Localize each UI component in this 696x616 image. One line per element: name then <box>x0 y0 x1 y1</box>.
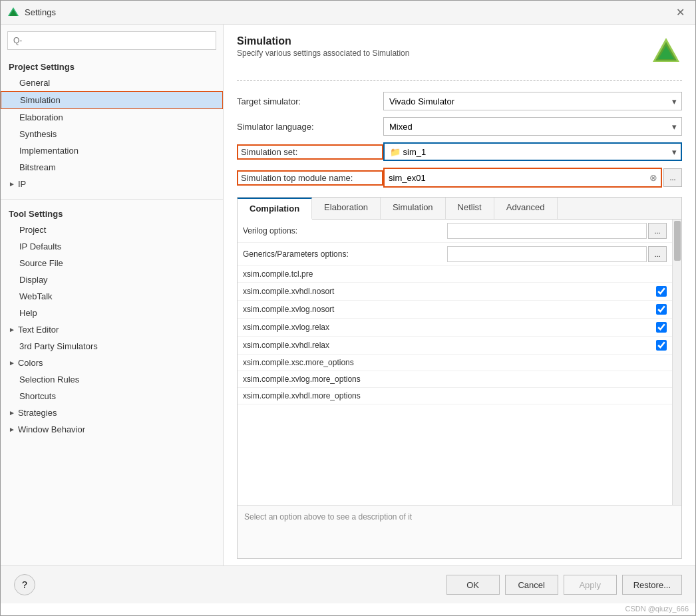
xvlog-nosort-checkbox[interactable] <box>656 304 667 315</box>
sidebar-item-colors[interactable]: ► Colors <box>1 355 223 371</box>
sidebar-item-ip-defaults[interactable]: IP Defaults <box>1 238 223 255</box>
window-title: Settings <box>25 7 56 17</box>
tabs-header: Compilation Elaboration Simulation Netli… <box>238 198 681 220</box>
option-row-generics: Generics/Parameters options: ... <box>238 243 672 266</box>
xvhdl-nosort-label: xsim.compile.xvhdl.nosort <box>243 287 656 296</box>
simulator-language-select-wrapper: Mixed VHDL Verilog <box>383 117 682 136</box>
panel-header-text: Simulation Specify various settings asso… <box>237 35 409 58</box>
search-input[interactable] <box>7 31 216 50</box>
project-settings-label: Project Settings <box>1 59 223 75</box>
sim-top-module-input[interactable] <box>385 173 646 183</box>
option-row-xsc-more: xsim.compile.xsc.more_options <box>238 355 672 371</box>
help-button[interactable]: ? <box>14 574 35 595</box>
tab-compilation[interactable]: Compilation <box>238 198 312 220</box>
xvlog-nosort-label: xsim.compile.xvlog.nosort <box>243 305 656 314</box>
xvhdl-nosort-checkbox[interactable] <box>656 286 667 297</box>
sidebar-item-ip-label: IP <box>18 179 26 189</box>
option-row-xvlog-more: xsim.compile.xvlog.more_options <box>238 371 672 388</box>
scrollbar-thumb[interactable] <box>674 221 681 261</box>
sim-top-module-clear-button[interactable]: ⊗ <box>646 170 661 185</box>
title-bar-left: Settings <box>7 7 56 19</box>
sidebar-item-ip[interactable]: ► IP <box>1 176 223 192</box>
watermark: CSDN @qiuzy_666 <box>1 603 695 615</box>
xvhdl-relax-checkbox[interactable] <box>656 340 667 351</box>
generics-options-label: Generics/Parameters options: <box>243 249 447 259</box>
sidebar-item-implementation[interactable]: Implementation <box>1 142 223 159</box>
sidebar-item-strategies-label: Strategies <box>18 408 57 418</box>
sim-top-module-row: Simulation top module name: ⊗ ... <box>237 168 682 188</box>
xvlog-relax-label: xsim.compile.xvlog.relax <box>243 323 656 332</box>
sidebar-item-project[interactable]: Project <box>1 222 223 238</box>
simulation-set-select[interactable]: 📁 sim_1 📁 sim_2 <box>383 142 682 161</box>
target-simulator-row: Target simulator: Vivado Simulator Model… <box>237 92 682 110</box>
right-panel: Simulation Specify various settings asso… <box>224 25 695 565</box>
left-panel: Project Settings General Simulation Elab… <box>1 25 224 565</box>
sidebar-item-simulation[interactable]: Simulation <box>1 91 223 109</box>
simulator-language-row: Simulator language: Mixed VHDL Verilog <box>237 117 682 136</box>
tab-simulation[interactable]: Simulation <box>381 198 446 219</box>
tab-advanced[interactable]: Advanced <box>494 198 558 219</box>
option-row-xvlog-relax: xsim.compile.xvlog.relax <box>238 319 672 337</box>
scrollbar-track[interactable] <box>672 220 681 505</box>
tab-netlist[interactable]: Netlist <box>446 198 494 219</box>
text-editor-chevron-icon: ► <box>9 326 15 333</box>
sidebar-item-text-editor[interactable]: ► Text Editor <box>1 321 223 338</box>
option-row-xvhdl-nosort: xsim.compile.xvhdl.nosort <box>238 283 672 301</box>
description-placeholder: Select an option above to see a descript… <box>244 512 412 522</box>
xvlog-relax-checkbox[interactable] <box>656 322 667 333</box>
xsc-more-label: xsim.compile.xsc.more_options <box>243 358 455 367</box>
header-separator <box>237 80 682 81</box>
sidebar-item-selection-rules[interactable]: Selection Rules <box>1 371 223 388</box>
colors-chevron-icon: ► <box>9 359 15 367</box>
generics-options-input[interactable] <box>447 246 647 262</box>
generics-options-browse[interactable]: ... <box>648 246 667 262</box>
apply-button[interactable]: Apply <box>564 575 617 595</box>
cancel-button[interactable]: Cancel <box>505 575 558 595</box>
sidebar-item-general[interactable]: General <box>1 75 223 91</box>
sidebar-item-3rd-party[interactable]: 3rd Party Simulators <box>1 338 223 355</box>
option-row-tcl-pre: xsim.compile.tcl.pre <box>238 266 672 283</box>
sidebar-item-bitstream[interactable]: Bitstream <box>1 159 223 176</box>
verilog-options-label: Verilog options: <box>243 226 447 235</box>
vivado-logo <box>650 35 682 67</box>
target-simulator-select[interactable]: Vivado Simulator ModelSim Questa <box>383 92 682 110</box>
sidebar-item-strategies[interactable]: ► Strategies <box>1 404 223 421</box>
sidebar-item-synthesis[interactable]: Synthesis <box>1 126 223 142</box>
verilog-options-browse[interactable]: ... <box>648 223 667 239</box>
tcl-pre-label: xsim.compile.tcl.pre <box>243 269 455 279</box>
description-area: Select an option above to see a descript… <box>238 505 681 558</box>
option-row-xvhdl-relax: xsim.compile.xvhdl.relax <box>238 337 672 355</box>
sidebar-item-webtalk[interactable]: WebTalk <box>1 288 223 305</box>
sidebar-item-shortcuts[interactable]: Shortcuts <box>1 388 223 404</box>
content-area: Project Settings General Simulation Elab… <box>1 25 695 565</box>
panel-subtitle: Specify various settings associated to S… <box>237 49 409 58</box>
tabs-container: Compilation Elaboration Simulation Netli… <box>237 197 682 559</box>
tab-elaboration[interactable]: Elaboration <box>312 198 381 219</box>
title-bar: Settings ✕ <box>1 1 695 25</box>
sim-top-module-browse-button[interactable]: ... <box>663 168 682 187</box>
sidebar-item-window-behavior[interactable]: ► Window Behavior <box>1 421 223 438</box>
restore-button[interactable]: Restore... <box>622 575 682 595</box>
app-icon <box>7 7 19 19</box>
panel-header: Simulation Specify various settings asso… <box>237 35 682 67</box>
sidebar-item-help[interactable]: Help <box>1 305 223 321</box>
verilog-options-input[interactable] <box>447 223 647 239</box>
window-behavior-chevron-icon: ► <box>9 426 15 433</box>
close-button[interactable]: ✕ <box>672 5 689 20</box>
sidebar-item-source-file[interactable]: Source File <box>1 255 223 271</box>
simulation-set-select-wrapper: 📁 sim_1 📁 sim_2 <box>383 142 682 161</box>
target-simulator-label: Target simulator: <box>237 96 383 106</box>
xvlog-more-label: xsim.compile.xvlog.more_options <box>243 375 455 384</box>
tool-settings-label: Tool Settings <box>1 206 223 222</box>
section-divider <box>1 199 223 200</box>
sidebar-item-elaboration[interactable]: Elaboration <box>1 109 223 126</box>
scrollbar-area: Verilog options: ... Generics/Parameters… <box>238 220 681 505</box>
project-settings-section: Project Settings General Simulation Elab… <box>1 55 223 196</box>
sidebar-item-colors-label: Colors <box>18 358 43 368</box>
simulator-language-select[interactable]: Mixed VHDL Verilog <box>383 117 682 136</box>
option-row-xvhdl-more: xsim.compile.xvhdl.more_options <box>238 388 672 404</box>
simulation-set-row: Simulation set: 📁 sim_1 📁 sim_2 <box>237 142 682 161</box>
sidebar-item-display[interactable]: Display <box>1 271 223 288</box>
ok-button[interactable]: OK <box>446 575 500 595</box>
bottom-bar: ? OK Cancel Apply Restore... <box>1 565 695 603</box>
